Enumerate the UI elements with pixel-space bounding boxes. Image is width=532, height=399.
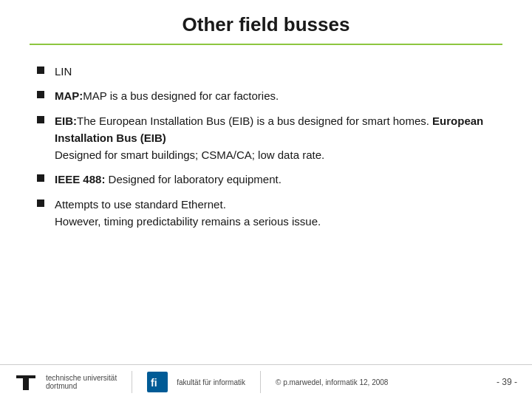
fi-logo-icon: fi (147, 372, 168, 392)
slide-header: Other field busses (0, 0, 532, 44)
bullet-text-ieee: IEEE 488: Designed for laboratory equipm… (55, 171, 282, 188)
bullet-lin: LIN (37, 63, 495, 80)
footer-divider-2 (260, 371, 261, 393)
bullet-eib: EIB:The European Installation Bus (EIB) … (37, 112, 495, 164)
copyright-text: © p.marwedel, informatik 12, 2008 (276, 378, 388, 386)
svg-rect-2 (23, 375, 29, 390)
university-name: technische universität (46, 374, 117, 382)
bullet-map: MAP:MAP is a bus designed for car factor… (37, 87, 495, 104)
slide: Other field busses LIN MAP:MAP is a bus … (0, 0, 532, 399)
bullet-text-eib: EIB:The European Installation Bus (EIB) … (55, 112, 495, 164)
svg-text:fi: fi (151, 377, 157, 389)
footer-divider-1 (132, 371, 132, 393)
bullet-icon-ieee (37, 174, 44, 182)
footer-university: technische universität dortmund (46, 374, 117, 390)
slide-footer: technische universität dortmund fi fakul… (0, 364, 532, 399)
bullet-icon-ethernet (37, 200, 44, 207)
bullet-ethernet: Attempts to use standard Ethernet.Howeve… (37, 196, 495, 231)
bullet-text-ethernet: Attempts to use standard Ethernet.Howeve… (55, 196, 321, 231)
bullet-ieee: IEEE 488: Designed for laboratory equipm… (37, 171, 495, 188)
bullet-icon-map (37, 91, 44, 98)
page-number: - 39 - (497, 377, 517, 387)
faculty-name: fakultät für informatik (177, 378, 245, 386)
bullet-icon-eib (37, 116, 44, 123)
tu-logo-icon (15, 371, 37, 393)
slide-title: Other field busses (30, 13, 502, 36)
slide-content: LIN MAP:MAP is a bus designed for car fa… (0, 45, 532, 364)
footer-faculty: fakultät für informatik (177, 378, 245, 386)
bullet-text-map: MAP:MAP is a bus designed for car factor… (55, 87, 279, 104)
footer-copyright: © p.marwedel, informatik 12, 2008 (276, 378, 388, 386)
university-city: dortmund (46, 382, 117, 390)
bullet-icon-lin (37, 66, 44, 74)
bullet-text-lin: LIN (55, 63, 72, 80)
